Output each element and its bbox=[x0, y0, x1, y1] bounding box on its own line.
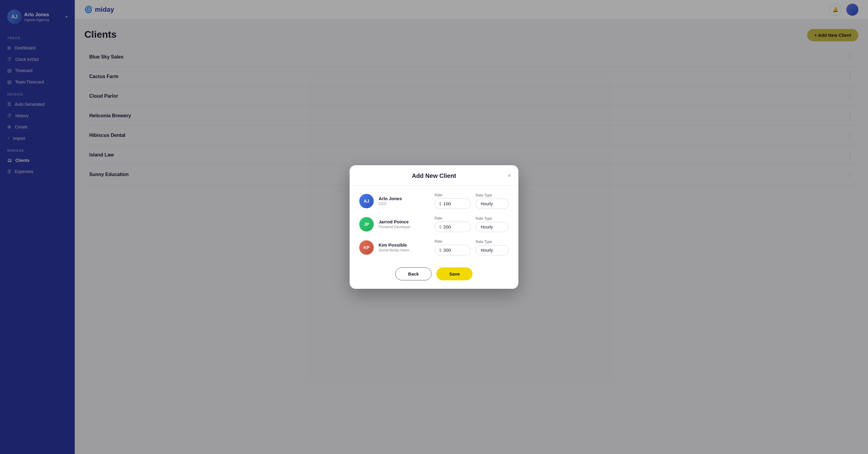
member-avatar: JP bbox=[359, 217, 374, 232]
rate-input[interactable] bbox=[443, 201, 461, 206]
modal-overlay[interactable]: Add New Client × AJ Arlo Jones CEO Rate … bbox=[0, 0, 868, 454]
modal-header: Add New Client × bbox=[350, 165, 518, 186]
save-button[interactable]: Save bbox=[436, 267, 472, 280]
rate-type-display[interactable]: Hourly bbox=[475, 245, 509, 255]
rate-group: Rate $ bbox=[435, 239, 471, 255]
dollar-sign: $ bbox=[439, 248, 441, 253]
modal-body: AJ Arlo Jones CEO Rate $ Rate Type Hourl… bbox=[350, 186, 518, 263]
member-initials: KP bbox=[364, 245, 369, 250]
rate-type-group: Rate Type Hourly bbox=[475, 193, 509, 209]
member-info: Jarrod Poince Frontend Developer bbox=[378, 219, 430, 229]
member-role: Frontend Developer bbox=[378, 225, 430, 229]
rate-label: Rate bbox=[435, 193, 471, 197]
back-button[interactable]: Back bbox=[396, 267, 432, 280]
member-avatar: KP bbox=[359, 240, 374, 255]
member-info: Arlo Jones CEO bbox=[378, 196, 430, 206]
rate-label: Rate bbox=[435, 216, 471, 220]
rate-input-wrap: $ bbox=[435, 199, 471, 209]
rate-type-label: Rate Type bbox=[475, 240, 509, 244]
rate-group: Rate $ bbox=[435, 216, 471, 232]
team-member-row: JP Jarrod Poince Frontend Developer Rate… bbox=[359, 216, 509, 232]
member-name: Kim Possible bbox=[378, 242, 430, 247]
rate-type-group: Rate Type Hourly bbox=[475, 240, 509, 255]
dollar-sign: $ bbox=[439, 224, 441, 230]
member-initials: JP bbox=[364, 222, 369, 227]
rate-type-group: Rate Type Hourly bbox=[475, 216, 509, 232]
rate-label: Rate bbox=[435, 239, 471, 244]
team-member-row: AJ Arlo Jones CEO Rate $ Rate Type Hourl… bbox=[359, 193, 509, 209]
member-initials: AJ bbox=[364, 199, 369, 204]
member-name: Jarrod Poince bbox=[378, 219, 430, 224]
rate-type-display[interactable]: Hourly bbox=[475, 222, 509, 232]
modal-close-button[interactable]: × bbox=[507, 173, 511, 178]
member-info: Kim Possible Social Media Intern bbox=[378, 242, 430, 252]
rate-input-wrap: $ bbox=[435, 221, 471, 232]
rate-type-label: Rate Type bbox=[475, 216, 509, 221]
rate-input[interactable] bbox=[443, 247, 461, 253]
member-name: Arlo Jones bbox=[378, 196, 430, 201]
rate-type-display[interactable]: Hourly bbox=[475, 199, 509, 209]
team-member-row: KP Kim Possible Social Media Intern Rate… bbox=[359, 239, 509, 255]
rate-group: Rate $ bbox=[435, 193, 471, 209]
rate-type-label: Rate Type bbox=[475, 193, 509, 198]
rate-input[interactable] bbox=[443, 224, 461, 230]
modal-footer: Back Save bbox=[350, 263, 518, 289]
dollar-sign: $ bbox=[439, 201, 441, 206]
add-new-client-modal: Add New Client × AJ Arlo Jones CEO Rate … bbox=[350, 165, 518, 289]
member-role: Social Media Intern bbox=[378, 248, 430, 252]
member-avatar: AJ bbox=[359, 194, 374, 208]
rate-input-wrap: $ bbox=[435, 245, 471, 255]
member-role: CEO bbox=[378, 202, 430, 206]
modal-title: Add New Client bbox=[412, 173, 456, 179]
